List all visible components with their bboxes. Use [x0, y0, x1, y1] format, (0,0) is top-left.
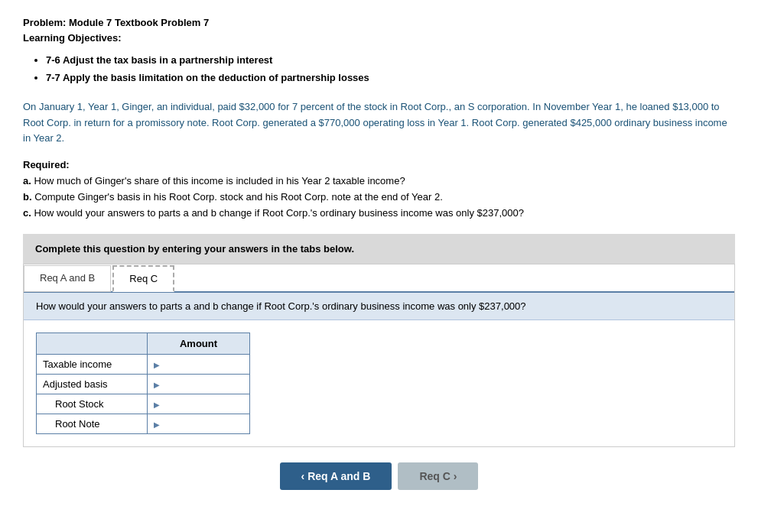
tab-content: How would your answers to parts a and b …: [24, 293, 734, 446]
tab-req-c[interactable]: Req C: [112, 265, 174, 292]
row-root-note-input[interactable]: [148, 414, 250, 433]
next-label: Req C: [419, 470, 450, 482]
objective-2: 7-7 Apply the basis limitation on the de…: [46, 69, 735, 86]
table-wrapper: Amount Taxable income Adjusted basis Roo…: [24, 320, 734, 446]
row-root-stock-label: Root Stock: [37, 394, 148, 414]
nav-buttons: ‹ Req A and B Req C ›: [23, 447, 735, 498]
problem-text: On January 1, Year 1, Ginger, an individ…: [23, 99, 735, 147]
table-row: Adjusted basis: [37, 374, 250, 394]
instruction-text: Complete this question by entering your …: [35, 243, 354, 255]
next-button[interactable]: Req C ›: [398, 462, 478, 490]
instruction-box: Complete this question by entering your …: [23, 234, 735, 264]
col-header-amount: Amount: [148, 332, 250, 354]
required-section: Required: a. How much of Ginger's share …: [23, 159, 735, 221]
problem-header: Problem: Module 7 Textbook Problem 7 Lea…: [23, 15, 735, 87]
required-label: Required:: [23, 159, 735, 170]
tab-question-text: How would your answers to parts a and b …: [36, 300, 526, 312]
data-table: Amount Taxable income Adjusted basis Roo…: [36, 332, 250, 434]
table-row: Taxable income: [37, 354, 250, 374]
tabs-container: Req A and B Req C How would your answers…: [23, 264, 735, 447]
tab-req-a-b[interactable]: Req A and B: [24, 265, 111, 292]
row-taxable-income-input[interactable]: [148, 354, 250, 374]
next-chevron: ›: [451, 470, 457, 482]
table-row: Root Note: [37, 414, 250, 433]
tabs-header: Req A and B Req C: [24, 264, 734, 293]
row-root-note-label: Root Note: [37, 414, 148, 433]
required-item-b: b. Compute Ginger's basis in his Root Co…: [23, 190, 735, 206]
row-root-stock-input[interactable]: [148, 394, 250, 414]
table-row: Root Stock: [37, 394, 250, 414]
col-header-empty: [37, 332, 148, 354]
objectives-list: 7-6 Adjust the tax basis in a partnershi…: [23, 51, 735, 87]
prev-chevron: ‹: [301, 470, 308, 482]
prev-label: Req A and B: [307, 470, 370, 482]
problem-title: Problem: Module 7 Textbook Problem 7: [23, 17, 209, 28]
objective-1: 7-6 Adjust the tax basis in a partnershi…: [46, 51, 735, 69]
tab-req-c-label: Req C: [129, 273, 158, 284]
learning-objectives-label: Learning Objectives:: [23, 32, 122, 44]
tab-question: How would your answers to parts a and b …: [24, 293, 734, 320]
required-item-c: c. How would your answers to parts a and…: [23, 206, 735, 222]
row-adjusted-basis-input[interactable]: [148, 374, 250, 394]
tab-req-ab-label: Req A and B: [40, 272, 95, 284]
row-taxable-income-label: Taxable income: [37, 354, 148, 374]
prev-button[interactable]: ‹ Req A and B: [280, 462, 392, 490]
required-item-a: a. How much of Ginger's share of this in…: [23, 174, 735, 190]
row-adjusted-basis-label: Adjusted basis: [37, 374, 148, 394]
